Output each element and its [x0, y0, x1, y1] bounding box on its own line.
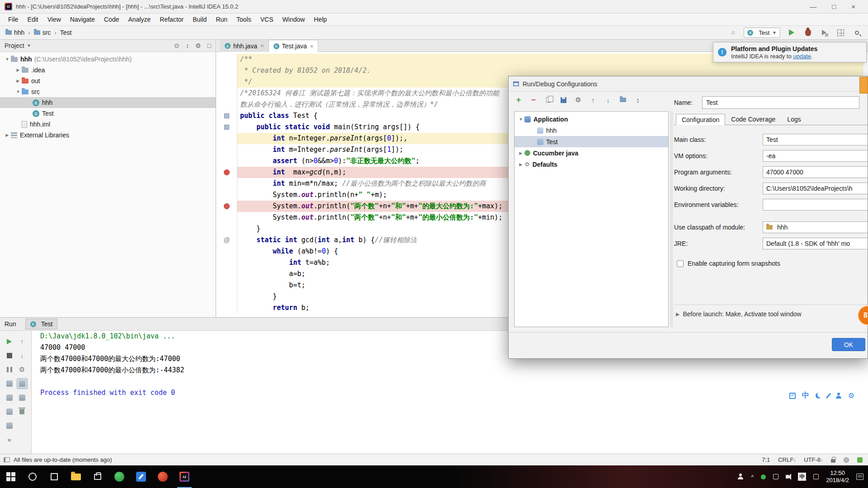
- gutter[interactable]: @: [217, 235, 237, 246]
- tree-expand-arrow[interactable]: ▶: [517, 151, 524, 155]
- gutter[interactable]: [217, 54, 237, 65]
- save-configuration-icon[interactable]: [559, 95, 568, 104]
- project-tree-item-hhh-iml[interactable]: hhh.iml: [0, 119, 216, 130]
- input-vm-options[interactable]: -ea: [763, 150, 868, 162]
- gutter[interactable]: [217, 155, 237, 167]
- green-app-button[interactable]: [108, 465, 130, 488]
- edit-defaults-icon[interactable]: ⚙: [574, 95, 583, 104]
- tree-expand-arrow[interactable]: ▶: [14, 79, 22, 83]
- project-tree-item-test[interactable]: Test: [0, 108, 216, 119]
- update-link[interactable]: update: [793, 53, 811, 60]
- ime-moon-icon[interactable]: [816, 393, 821, 399]
- update-notification[interactable]: ! Platform and Plugin Updates IntelliJ I…: [713, 42, 867, 62]
- close-tab-icon[interactable]: ×: [260, 42, 264, 49]
- move-up-icon[interactable]: ↑: [589, 95, 598, 104]
- rerun-icon[interactable]: [7, 339, 12, 344]
- ime-indicator-icon[interactable]: 中: [798, 473, 806, 481]
- input-jre[interactable]: Default (1.8 - SDK of 'hhh' mo: [763, 238, 868, 249]
- debug-button[interactable]: [803, 28, 813, 38]
- tree-expand-arrow[interactable]: ▶: [517, 162, 524, 167]
- add-configuration-icon[interactable]: +: [514, 95, 523, 104]
- config-tree-item-cucumber-java[interactable]: ▶Cucumber java: [514, 147, 668, 159]
- dialog-tree-scrollbar[interactable]: [670, 111, 673, 327]
- config-tree-item-application[interactable]: ▼Application: [514, 113, 668, 125]
- config-tree-item-hhh[interactable]: hhh: [514, 125, 668, 136]
- input-use-classpath-of-module[interactable]: hhh: [763, 221, 868, 233]
- input-working-directory[interactable]: C:\Users\81052\IdeaProjects\h: [763, 183, 868, 194]
- file-encoding[interactable]: UTF-8↕: [804, 456, 823, 463]
- menu-vcs[interactable]: VCS: [256, 14, 278, 25]
- soft-wrap-icon[interactable]: [19, 394, 25, 401]
- ime-language-icon[interactable]: 中: [802, 391, 809, 400]
- scroll-source-icon[interactable]: ↕: [186, 42, 189, 49]
- input-environment-variables[interactable]: [763, 199, 868, 211]
- show-toolwindow-icon[interactable]: [6, 380, 13, 387]
- name-input[interactable]: Test: [702, 96, 859, 109]
- cortana-button[interactable]: [22, 465, 43, 488]
- gutter[interactable]: [217, 189, 237, 201]
- locate-icon[interactable]: ⊙: [174, 42, 179, 49]
- minimize-button[interactable]: —: [810, 0, 816, 13]
- breadcrumb-item-test[interactable]: Test: [60, 29, 72, 36]
- gear-icon[interactable]: ⚙: [195, 42, 201, 49]
- gutter[interactable]: [217, 302, 237, 314]
- sort-configurations-icon[interactable]: ↕: [633, 95, 642, 104]
- menu-edit[interactable]: Edit: [23, 14, 43, 25]
- move-down-icon[interactable]: ↓: [604, 95, 613, 104]
- remove-configuration-icon[interactable]: −: [529, 95, 538, 104]
- menu-code[interactable]: Code: [99, 14, 123, 25]
- maximize-button[interactable]: □: [832, 0, 836, 13]
- project-tree-item-out[interactable]: ▶out: [0, 75, 216, 86]
- gutter[interactable]: [217, 280, 237, 291]
- menu-navigate[interactable]: Navigate: [66, 14, 99, 25]
- capture-snapshots-checkbox[interactable]: [677, 260, 684, 267]
- gutter[interactable]: [217, 201, 237, 212]
- tray-app-icon[interactable]: [773, 474, 778, 479]
- tree-expand-arrow[interactable]: ▼: [517, 117, 524, 122]
- inspection-status-icon[interactable]: [857, 457, 863, 463]
- show-console-icon[interactable]: [17, 378, 28, 389]
- menu-file[interactable]: File: [4, 14, 23, 25]
- more-actions-icon[interactable]: »: [7, 436, 11, 443]
- config-tree-item-defaults[interactable]: ▶⚙Defaults: [514, 159, 668, 170]
- gutter[interactable]: [217, 88, 237, 99]
- breadcrumb-item-src[interactable]: src: [34, 29, 51, 36]
- close-button[interactable]: ×: [851, 0, 855, 13]
- tray-flag-icon[interactable]: [813, 474, 819, 479]
- gutter[interactable]: [217, 133, 237, 144]
- breakpoint-icon[interactable]: [224, 203, 230, 209]
- gutter[interactable]: [217, 99, 237, 110]
- ime-pen-icon[interactable]: [826, 393, 831, 399]
- menu-analyze[interactable]: Analyze: [124, 14, 156, 25]
- project-tree-item-hhh[interactable]: hhh: [0, 97, 216, 108]
- tree-expand-arrow[interactable]: ▼: [4, 57, 11, 61]
- tree-expand-arrow[interactable]: ▶: [14, 68, 22, 72]
- editor-tab-test-java[interactable]: Test.java×: [269, 40, 319, 52]
- stop-icon[interactable]: [7, 353, 12, 358]
- hector-icon[interactable]: [844, 457, 849, 463]
- line-separator[interactable]: CRLF↕: [778, 456, 796, 463]
- gutter[interactable]: [217, 291, 237, 302]
- gutter[interactable]: [217, 65, 237, 76]
- input-program-arguments[interactable]: 47000 47000: [763, 166, 868, 178]
- tree-expand-arrow[interactable]: ▼: [14, 89, 22, 94]
- run-configuration-select[interactable]: Test ▼: [744, 28, 780, 38]
- lock-icon[interactable]: [831, 459, 835, 463]
- gutter[interactable]: [217, 178, 237, 189]
- gutter[interactable]: [217, 122, 237, 133]
- toolwindow-switcher-icon[interactable]: [4, 457, 10, 462]
- start-button[interactable]: [0, 465, 22, 488]
- input-main-class[interactable]: Test: [763, 134, 868, 145]
- action-center-icon[interactable]: [856, 474, 863, 480]
- store-button[interactable]: [87, 465, 108, 488]
- tab-configuration[interactable]: Configuration: [676, 114, 725, 125]
- gutter[interactable]: [217, 167, 237, 178]
- menu-tools[interactable]: Tools: [232, 14, 256, 25]
- create-folder-icon[interactable]: [618, 95, 627, 104]
- copy-configuration-icon[interactable]: [544, 95, 553, 104]
- down-stack-icon[interactable]: ↓: [20, 352, 24, 359]
- project-tree-item-src[interactable]: ▼src: [0, 86, 216, 97]
- menu-window[interactable]: Window: [278, 14, 310, 25]
- restore-layout-icon[interactable]: [6, 408, 13, 415]
- intellij-idea-button[interactable]: [174, 465, 195, 488]
